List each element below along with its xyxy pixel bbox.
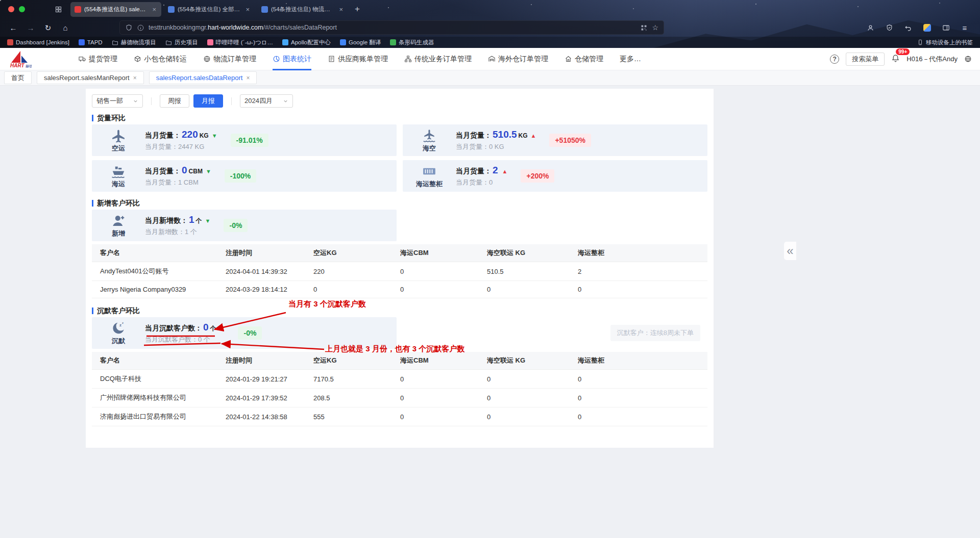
bookmark-item[interactable]: TAPD <box>79 39 103 46</box>
department-select[interactable]: 销售一部 <box>92 94 143 108</box>
nav-item-charts[interactable]: 图表统计 <box>273 48 311 70</box>
tab-favicon-icon <box>261 6 268 13</box>
main-nav: 提货管理 小包仓储转运 物流订单管理 图表统计 供应商账单管理 传统业务订单管理… <box>79 48 641 70</box>
nav-item-label: 物流订单管理 <box>213 55 256 64</box>
box-icon <box>134 55 141 63</box>
tab-close-icon[interactable]: × <box>151 6 157 13</box>
help-icon[interactable]: ? <box>830 55 839 64</box>
browser-tab[interactable]: (554条推送信息) salesReport… × <box>70 2 161 17</box>
right-drawer-handle[interactable]: « <box>784 242 796 260</box>
bookmark-item[interactable]: 哔哩哔哩 (´-ω-)つロ… <box>207 39 273 46</box>
home-icon <box>565 55 572 63</box>
bookmark-item[interactable]: 历史项目 <box>165 39 198 46</box>
back-icon[interactable]: ← <box>6 21 20 34</box>
account-icon[interactable] <box>863 21 877 34</box>
close-window-button[interactable] <box>8 6 14 12</box>
nav-item-warehouse-mgmt[interactable]: 仓储管理 <box>565 48 603 70</box>
window-controls <box>8 6 25 12</box>
bookmarks-bar: Dashboard [Jenkins]TAPD赫德物流项目历史项目哔哩哔哩 (´… <box>0 37 980 48</box>
browser-tab[interactable]: (554条推送信息) 全部订单（旧… × <box>164 2 255 17</box>
profile-shield-icon[interactable] <box>882 21 896 34</box>
monthly-report-button[interactable]: 月报 <box>193 94 223 108</box>
bookmark-item[interactable]: Dashboard [Jenkins] <box>7 39 69 46</box>
search-menu-button[interactable]: 搜索菜单 <box>846 53 885 66</box>
nav-item-overseas-orders[interactable]: 海外仓订单管理 <box>488 48 548 70</box>
bookmark-item[interactable]: 条形码生成器 <box>390 39 434 46</box>
user-menu[interactable]: H016－代伟Andy <box>906 55 958 64</box>
app-header: HART 赫德 提货管理 小包仓储转运 物流订单管理 图表统计 供应商账单管理 … <box>0 48 980 70</box>
browser-chrome: (554条推送信息) salesReport… × (554条推送信息) 全部订… <box>0 0 980 48</box>
trend-down-icon: ▼ <box>219 325 225 331</box>
bell-icon <box>891 54 900 63</box>
nav-item-parcel-transfer[interactable]: 小包仓储转运 <box>134 48 187 70</box>
period-select[interactable]: 2024四月 <box>240 94 293 108</box>
nav-item-pickup[interactable]: 提货管理 <box>79 48 117 70</box>
menu-icon[interactable]: ≡ <box>958 21 972 34</box>
table-cell: 2024-03-29 18:14:12 <box>220 281 308 298</box>
bookmark-item[interactable]: Google 翻译 <box>340 39 381 46</box>
stat-card: 海运 当月货量： 0 CBM ▼ 当月货量：1 CBM -100% <box>92 160 397 192</box>
nav-item-label: 供应商账单管理 <box>338 55 388 64</box>
mobile-bookmarks[interactable]: 移动设备上的书签 <box>917 39 973 46</box>
browser-home-icon[interactable]: ⌂ <box>58 21 72 34</box>
page-tab-label: salesReport.salesManReport <box>44 74 130 82</box>
stat-icon-block: 海运整柜 <box>409 164 450 189</box>
sidebar-icon[interactable] <box>939 21 953 34</box>
new-tab-button[interactable]: + <box>355 4 360 14</box>
undo-icon[interactable] <box>901 21 915 34</box>
table-cell: 2 <box>573 262 707 281</box>
nav-item-label: 小包仓储转运 <box>144 55 187 64</box>
forward-icon[interactable]: → <box>23 21 38 34</box>
nav-item-supplier-bills[interactable]: 供应商账单管理 <box>328 48 388 70</box>
nav-item-logistics-orders[interactable]: 物流订单管理 <box>203 48 256 70</box>
moon-icon: zz <box>111 321 126 336</box>
close-icon[interactable]: × <box>133 74 137 82</box>
nav-item-traditional-orders[interactable]: 传统业务订单管理 <box>404 48 472 70</box>
nav-item-more[interactable]: 更多… <box>620 48 641 70</box>
close-icon[interactable]: × <box>246 74 250 82</box>
bookmark-star-icon[interactable]: ☆ <box>652 23 658 32</box>
table-cell: 0 <box>482 281 573 298</box>
url-path: /#/charts/salesDataReport <box>263 24 337 31</box>
stat-label: 当月货量： <box>145 131 181 140</box>
page-tab-bar: 首页 salesReport.salesManReport × salesRep… <box>0 70 980 86</box>
chevron-down-icon <box>283 98 288 104</box>
notifications-button[interactable]: 99+ <box>891 54 900 64</box>
column-header: 客户名 <box>92 352 220 370</box>
tracking-protection-icon[interactable] <box>125 24 133 32</box>
table-cell: 510.5 <box>482 262 573 281</box>
table-cell: 0 <box>482 370 573 389</box>
silent-section-title: 沉默客户环比 <box>92 306 707 315</box>
page-tab[interactable]: salesReport.salesManReport × <box>37 71 144 84</box>
extension-icon[interactable] <box>920 21 934 34</box>
svg-text:赫德: 赫德 <box>26 64 32 68</box>
weekly-report-button[interactable]: 周报 <box>160 94 189 108</box>
column-header: 空运KG <box>308 244 395 262</box>
reload-icon[interactable]: ↻ <box>41 21 55 34</box>
language-globe-icon[interactable] <box>964 55 972 63</box>
stat-prev-line: 当月货量：0 KG <box>456 142 536 151</box>
plane-icon <box>111 128 126 143</box>
page-tab[interactable]: salesReport.salesDataReport × <box>149 71 257 84</box>
nav-buttons: ←→↻⌂ <box>6 21 72 34</box>
zoom-window-button[interactable] <box>19 6 25 12</box>
tab-overview-icon[interactable] <box>55 6 62 13</box>
site-info-icon[interactable] <box>137 24 144 32</box>
qr-icon[interactable] <box>640 24 648 32</box>
brand-logo[interactable]: HART 赫德 <box>8 50 32 68</box>
nav-item-label: 图表统计 <box>283 55 311 64</box>
page-tab[interactable]: 首页 <box>4 71 32 84</box>
tab-close-icon[interactable]: × <box>338 6 344 13</box>
table-cell: 7170.5 <box>308 370 395 389</box>
url-bar[interactable]: testtrunkbookingmgr.hart-worldwide.com/#… <box>119 20 664 35</box>
bookmark-label: 条形码生成器 <box>399 39 434 46</box>
bookmark-item[interactable]: 赫德物流项目 <box>112 39 156 46</box>
stat-prev-line: 当月沉默客户数：0 个 <box>145 335 225 344</box>
divider <box>231 97 232 105</box>
tab-close-icon[interactable]: × <box>244 6 251 13</box>
bookmark-item[interactable]: Apollo配置中心 <box>282 39 331 46</box>
bookmark-label: 历史项目 <box>175 39 198 46</box>
browser-tab[interactable]: (54条推送信息) 物流费用录入… × <box>257 2 348 17</box>
url-subdomain: testtrunkbookingmgr. <box>149 24 208 31</box>
bookmark-label: Dashboard [Jenkins] <box>16 39 69 45</box>
